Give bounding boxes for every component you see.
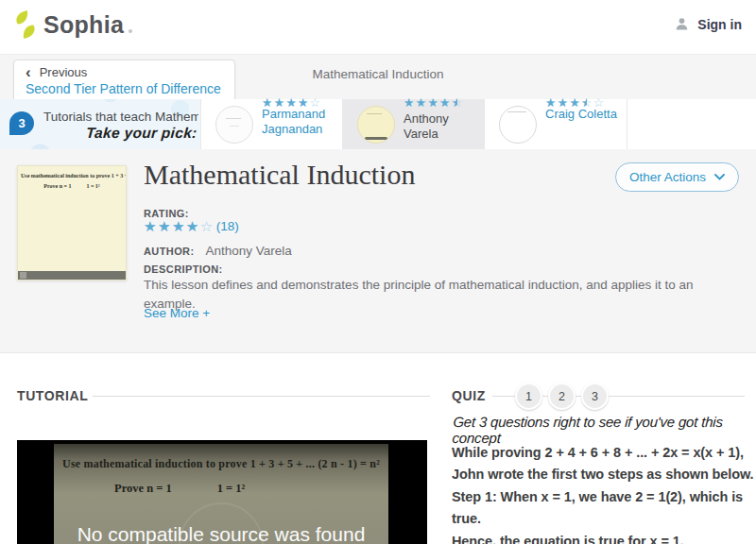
other-actions-button[interactable]: Other Actions	[615, 162, 739, 192]
quiz-step-2: 2	[548, 382, 576, 410]
user-icon	[674, 16, 690, 32]
page-header: Sophia Sign in	[0, 0, 756, 54]
picker-tagline: Take your pick:	[85, 125, 198, 142]
quiz-section-heading: QUIZ	[452, 388, 486, 403]
quiz-question-line: Hence, the equation is true for x = 1.	[452, 531, 756, 544]
lesson-summary-panel: Use mathematical induction to prove 1 + …	[0, 149, 756, 353]
description-label: DESCRIPTION:	[144, 264, 223, 275]
thumbnail-scrubber-handle	[20, 272, 26, 279]
quiz-question: While proving 2 + 4 + 6 + 8 + ... + 2x =…	[452, 442, 756, 544]
previous-lesson-link[interactable]: Second Tier Pattern of Difference	[26, 81, 221, 96]
sophia-logo-icon	[12, 9, 39, 40]
sign-in-button[interactable]: Sign in	[674, 16, 742, 32]
tutorial-count-badge: 3	[9, 111, 34, 135]
author-label: AUTHOR:	[144, 246, 195, 257]
tutor-name[interactable]: Parmanand Jagnandan	[262, 107, 341, 138]
tutor-picker-bar: 3 Tutorials that teach Mathematic Take y…	[0, 99, 756, 150]
see-more-link[interactable]: See More +	[144, 306, 210, 320]
quiz-step-3: 3	[581, 382, 609, 410]
chevron-down-icon	[714, 174, 725, 180]
sophia-logo-text: Sophia	[43, 11, 124, 39]
video-math-line2-left: Prove n = 1	[114, 482, 172, 496]
star-rating: ☆☆☆☆☆★★★★★	[404, 97, 464, 110]
video-math-line1: Use mathematical induction to prove 1 + …	[54, 457, 388, 471]
quiz-question-line: Step 1: When x = 1, we have 2 = 1(2), wh…	[452, 486, 756, 531]
tutorial-divider-line	[93, 396, 430, 397]
video-frame: Use mathematical induction to prove 1 + …	[54, 444, 388, 544]
star-rating: ☆☆☆☆☆★★★★★	[262, 97, 322, 110]
tutorial-video-player[interactable]: Use mathematical induction to prove 1 + …	[17, 440, 427, 544]
avatar	[499, 106, 537, 144]
tutor-card-craig-coletta[interactable]: Craig Coletta ☆☆☆☆☆★★★★★	[484, 99, 627, 149]
tutor-card-parmanand-jagnandan[interactable]: Parmanand Jagnandan ☆☆☆☆☆★★★★★	[200, 99, 343, 149]
other-actions-label: Other Actions	[629, 170, 706, 184]
tutor-name: Anthony Varela	[404, 111, 483, 143]
avatar	[215, 106, 253, 144]
quiz-step-1: 1	[515, 382, 542, 410]
picker-intro-panel: 3 Tutorials that teach Mathematic Take y…	[0, 99, 200, 149]
video-error-message: No compatible source was found	[54, 523, 388, 544]
star-rating: ☆☆☆☆☆★★★★★	[545, 97, 606, 110]
tutorial-section-heading: TUTORIAL	[17, 388, 88, 403]
lesson-navbar: ‹ Previous Second Tier Pattern of Differ…	[0, 54, 756, 100]
thumbnail-math-line1: Use mathematical induction to prove 1 + …	[21, 173, 123, 178]
logo-trademark-dot	[129, 29, 132, 33]
quiz-tagline: Get 3 questions right to see if you've g…	[452, 414, 756, 446]
tutor-card-anthony-varela-selected[interactable]: Anthony Varela ☆☆☆☆☆★★★★★	[342, 99, 485, 149]
page-title: Mathematical Induction	[144, 159, 415, 191]
quiz-question-line: While proving 2 + 4 + 6 + 8 + ... + 2x =…	[452, 442, 756, 486]
quiz-step-indicator: 1 2 3	[515, 382, 609, 410]
thumbnail-math-line2-left: Prove n = 1	[43, 183, 71, 189]
description-text: This lesson defines and demonstrates the…	[144, 276, 748, 313]
thumbnail-math-line2-right: 1 = 1²	[86, 183, 99, 189]
rating-count-link[interactable]: (18)	[216, 219, 239, 233]
avatar	[357, 106, 395, 144]
sign-in-label: Sign in	[697, 17, 742, 32]
video-math-line2-right: 1 = 1²	[217, 482, 246, 496]
sophia-logo[interactable]: Sophia	[12, 9, 132, 40]
lesson-thumbnail[interactable]: Use mathematical induction to prove 1 + …	[17, 165, 127, 280]
picker-heading: Tutorials that teach Mathematic	[43, 110, 198, 124]
navbar-title: Mathematical Induction	[0, 67, 756, 81]
thumbnail-scrubber-bar	[18, 271, 126, 280]
lesson-star-rating: ☆☆☆☆☆★★★★★	[144, 219, 215, 233]
author-name: Anthony Varela	[206, 244, 292, 258]
